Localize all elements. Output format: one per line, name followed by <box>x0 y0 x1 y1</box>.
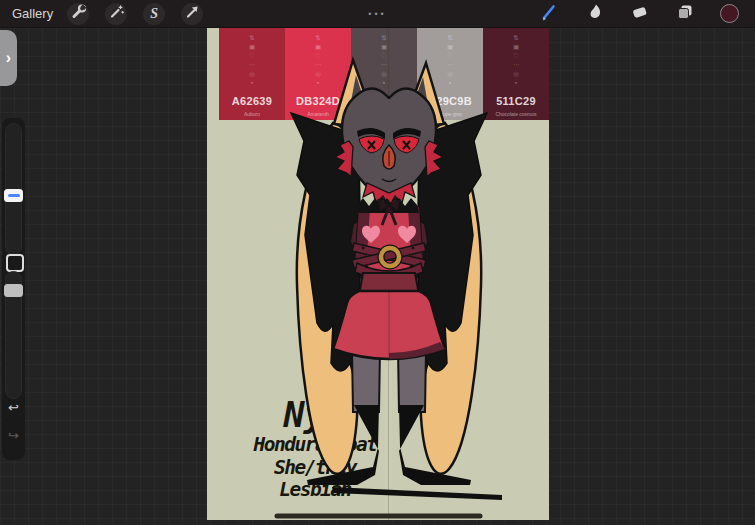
adjustments-button[interactable] <box>105 3 127 25</box>
selection-s-icon: S <box>150 7 158 21</box>
gallery-button[interactable]: Gallery <box>12 6 53 21</box>
layers-icon <box>675 2 694 21</box>
brush-button[interactable] <box>539 2 559 26</box>
brush-icon <box>539 2 559 22</box>
strap-studs <box>362 247 365 250</box>
paint-tools-group <box>539 2 739 26</box>
eraser-button[interactable] <box>630 2 649 25</box>
chevron-right-icon: › <box>6 49 11 67</box>
drawing-canvas[interactable]: ⇅ ▣ ♡ ⋯ ◎ ▪ A62639 Auburn ⇅ ▣ ♡ ⋯ ◎ ▪ DB… <box>207 27 549 520</box>
procreate-app: { "toolbar": { "gallery_label": "Gallery… <box>0 0 755 525</box>
left-tool-column: ↩ ↪ <box>2 118 25 460</box>
active-color-button[interactable] <box>720 4 739 23</box>
smudge-button[interactable] <box>585 2 604 25</box>
canvas-options-handle[interactable]: ••• <box>368 9 386 19</box>
bat-character-artwork <box>207 27 549 520</box>
wrench-icon <box>70 3 87 24</box>
modify-button[interactable] <box>6 254 24 272</box>
top-toolbar: Gallery S ••• <box>0 0 755 28</box>
redo-button[interactable]: ↪ <box>2 428 25 443</box>
layers-button[interactable] <box>675 2 694 25</box>
undo-button[interactable]: ↩ <box>2 400 25 415</box>
opacity-slider-thumb[interactable] <box>4 284 23 297</box>
redo-icon: ↪ <box>8 428 19 443</box>
transform-arrow-icon <box>184 3 201 24</box>
undo-icon: ↩ <box>8 400 19 415</box>
brush-size-slider-thumb[interactable] <box>4 189 23 202</box>
sidebar-expand-handle[interactable]: › <box>0 30 17 86</box>
actions-button[interactable] <box>67 3 89 25</box>
selection-button[interactable]: S <box>143 3 165 25</box>
magic-wand-icon <box>108 3 125 24</box>
slider-accent-bar <box>8 194 20 197</box>
transform-button[interactable] <box>181 3 203 25</box>
smudge-icon <box>585 2 604 21</box>
tail-stroke <box>332 487 502 500</box>
eraser-icon <box>630 2 649 21</box>
